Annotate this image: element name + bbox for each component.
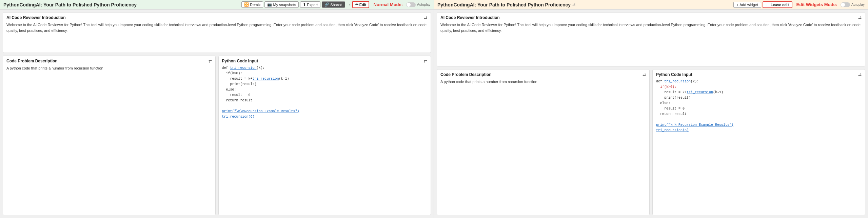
left-python-input-settings-icon[interactable]: ⇄ <box>424 59 427 63</box>
edit-icon: ✏ <box>355 2 358 7</box>
right-code-problem-settings-icon[interactable]: ⇄ <box>643 72 646 77</box>
leave-edit-button[interactable]: ← Leave edit <box>763 1 792 8</box>
right-top-bar: PythonCodingAI: Your Path to Polished Py… <box>434 0 868 9</box>
right-panel-title: PythonCodingAI: Your Path to Polished Py… <box>437 2 571 7</box>
right-autoplay-area: Autoplay <box>841 2 865 7</box>
arrow-icon: → <box>347 2 351 7</box>
remix-icon: 🔀 <box>244 2 249 7</box>
right-python-input-widget: Python Code Input ⇄ def tri_recursion(k)… <box>652 69 865 215</box>
add-widget-label: + Add widget <box>736 3 758 7</box>
right-python-input-settings-icon[interactable]: ⇄ <box>858 72 862 77</box>
right-python-code: def tri_recursion(k): if(k>0): result = … <box>656 79 862 133</box>
right-code-problem-body: A python code that prints a number from … <box>440 79 646 85</box>
left-panel-title: PythonCodingAI: Your Path to Polished Py… <box>3 2 137 7</box>
mode-label: Normal Mode: <box>373 2 403 7</box>
left-toolbar-actions: 🔀 Remix 📷 My snapshots ⬆ Export 🔗 Shared… <box>241 1 430 8</box>
snapshot-icon: 📷 <box>267 2 272 7</box>
left-top-bar: PythonCodingAI: Your Path to Polished Py… <box>0 0 434 9</box>
left-intro-settings-icon[interactable]: ⇄ <box>424 15 427 20</box>
export-icon: ⬆ <box>303 2 306 7</box>
left-panel: PythonCodingAI: Your Path to Polished Py… <box>0 0 434 218</box>
left-code-problem-title: Code Problem Description <box>6 59 58 63</box>
right-toolbar-actions: + Add widget ← Leave edit Edit Widgets M… <box>733 1 865 8</box>
left-intro-header: AI Code Reviewer Introduction ⇄ <box>6 15 427 20</box>
left-bottom-row: Code Problem Description ⇄ A python code… <box>3 56 431 215</box>
right-intro-widget: AI Code Reviewer Introduction ⇄ Welcome … <box>437 12 865 66</box>
right-code-problem-title: Code Problem Description <box>440 72 492 77</box>
left-code-problem-widget: Code Problem Description ⇄ A python code… <box>3 56 216 215</box>
right-intro-header: AI Code Reviewer Introduction ⇄ <box>440 15 862 20</box>
right-intro-description: Welcome to the AI Code Reviewer for Pyth… <box>440 22 862 33</box>
left-python-input-title: Python Code Input <box>222 59 258 63</box>
autoplay-toggle[interactable] <box>406 2 416 7</box>
right-python-input-title: Python Code Input <box>656 72 692 77</box>
export-button[interactable]: ⬆ Export <box>300 1 320 8</box>
right-python-input-header: Python Code Input ⇄ <box>656 72 862 77</box>
left-intro-widget: AI Code Reviewer Introduction ⇄ Welcome … <box>3 12 431 53</box>
right-content-area: AI Code Reviewer Introduction ⇄ Welcome … <box>434 9 868 218</box>
left-python-code: def tri_recursion(k): if(k>0): result = … <box>222 65 428 120</box>
right-intro-settings-icon[interactable]: ⇄ <box>858 15 862 20</box>
shared-button[interactable]: 🔗 Shared <box>322 1 345 8</box>
left-content-area: AI Code Reviewer Introduction ⇄ Welcome … <box>0 9 434 218</box>
left-code-problem-settings-icon[interactable]: ⇄ <box>209 59 212 63</box>
remix-label: Remix <box>250 3 260 7</box>
autoplay-area: Autoplay <box>406 2 430 7</box>
right-intro-title: AI Code Reviewer Introduction <box>440 15 500 20</box>
right-autoplay-label: Autoplay <box>851 3 865 6</box>
right-panel-title-area: PythonCodingAI: Your Path to Polished Py… <box>437 2 575 7</box>
right-bottom-row: Code Problem Description ⇄ A python code… <box>437 69 865 215</box>
add-widget-button[interactable]: + Add widget <box>733 2 761 8</box>
right-mode-label: Edit Widgets Mode: <box>796 2 837 7</box>
left-code-problem-header: Code Problem Description ⇄ <box>6 59 212 63</box>
left-python-input-header: Python Code Input ⇄ <box>222 59 428 63</box>
autoplay-label: Autoplay <box>417 3 430 6</box>
export-label: Export <box>307 3 318 7</box>
remix-button[interactable]: 🔀 Remix <box>241 1 263 8</box>
edit-button[interactable]: ✏ Edit <box>352 1 370 8</box>
left-intro-description: Welcome to the AI Code Reviewer for Pyth… <box>6 22 427 33</box>
shared-icon: 🔗 <box>324 2 329 7</box>
shared-label: Shared <box>330 3 342 7</box>
right-code-problem-widget: Code Problem Description ⇄ A python code… <box>437 69 650 215</box>
left-intro-title: AI Code Reviewer Introduction <box>6 15 66 20</box>
left-python-input-widget: Python Code Input ⇄ def tri_recursion(k)… <box>218 56 431 215</box>
right-title-settings-icon: ⇄ <box>572 2 575 7</box>
snapshots-label: My snapshots <box>273 3 296 7</box>
right-intro-resize-handle[interactable]: ⌟ <box>862 62 864 65</box>
right-code-problem-header: Code Problem Description ⇄ <box>440 72 646 77</box>
left-code-problem-body: A python code that prints a number from … <box>6 65 212 71</box>
leave-edit-label: ← Leave edit <box>766 3 789 7</box>
edit-label: Edit <box>359 3 367 7</box>
right-panel: PythonCodingAI: Your Path to Polished Py… <box>434 0 868 218</box>
right-autoplay-toggle[interactable] <box>841 2 850 7</box>
snapshots-button[interactable]: 📷 My snapshots <box>264 1 299 8</box>
